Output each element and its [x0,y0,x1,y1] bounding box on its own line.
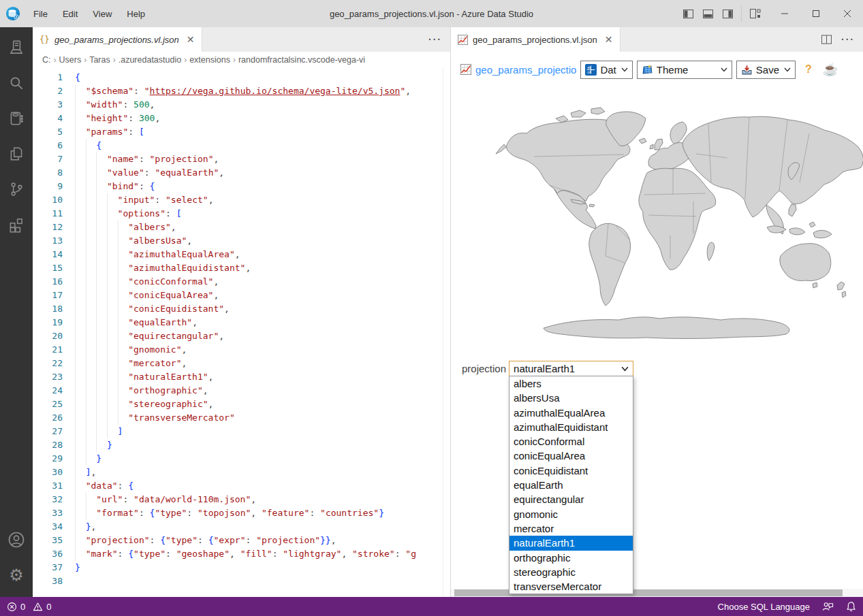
menu-edit[interactable]: Edit [57,6,84,22]
customize-layout-icon[interactable] [750,9,761,18]
notebooks-icon[interactable] [0,101,33,136]
account-icon[interactable] [0,522,33,557]
code-line[interactable]: 2"$schema": "https://vega.github.io/sche… [33,84,450,98]
code-line[interactable]: 14"azimuthalEqualArea", [33,248,450,261]
code-line-content: "equirectangular", [75,329,224,343]
code-line[interactable]: 12"albers", [33,221,450,234]
minimize-button[interactable] [769,0,800,27]
extensions-icon[interactable] [0,207,33,242]
code-line[interactable]: 3"width": 500, [33,98,450,112]
code-line[interactable]: 4"height": 300, [33,112,450,125]
help-link[interactable]: ? [805,63,812,76]
dropdown-option-orthographic[interactable]: orthographic [509,551,633,565]
dropdown-option-equirectangular[interactable]: equirectangular [509,492,633,506]
code-line[interactable]: 1{ [33,71,450,84]
code-line[interactable]: 6{ [33,139,450,152]
code-line[interactable]: 11"options": [ [33,207,450,221]
dropdown-option-albers[interactable]: albers [509,376,633,391]
dropdown-option-azimuthalEquidistant[interactable]: azimuthalEquidistant [509,420,633,434]
code-line[interactable]: 35"projection": {"type": {"expr": "proje… [33,534,450,547]
close-button[interactable] [832,0,863,27]
more-actions-icon[interactable]: ··· [841,34,855,45]
feedback-icon[interactable] [822,601,834,612]
dropdown-option-mercator[interactable]: mercator [509,521,633,536]
dropdown-option-transverseMercator[interactable]: transverseMercator [509,579,633,594]
projection-select[interactable]: naturalEarth1 [509,361,633,376]
code-line[interactable]: 28} [33,438,450,452]
code-line[interactable]: 23"naturalEarth1", [33,370,450,384]
problems-status[interactable]: 0 0 [7,602,51,612]
code-line[interactable]: 7"name": "projection", [33,152,450,166]
code-line[interactable]: 16"conicConformal", [33,275,450,289]
code-line[interactable]: 19"equalEarth", [33,316,450,329]
code-line[interactable]: 18"conicEquidistant", [33,302,450,316]
menu-help[interactable]: Help [121,6,151,22]
code-line[interactable]: 37} [33,561,450,574]
code-line[interactable]: 24"orthographic", [33,384,450,398]
dropdown-option-gnomonic[interactable]: gnomonic [509,507,633,521]
tab-vega-preview[interactable]: geo_params_projections.vl.json ✕ [451,27,621,52]
code-line[interactable]: 34}, [33,520,450,534]
maximize-button[interactable] [800,0,832,27]
code-line[interactable]: 36"mark": {"type": "geoshape", "fill": "… [33,547,450,561]
code-line[interactable]: 21"gnomonic", [33,343,450,357]
code-line[interactable]: 9"bind": { [33,180,450,193]
code-line[interactable]: 15"azimuthalEquidistant", [33,261,450,275]
breadcrumb-item[interactable]: extensions [189,55,230,65]
spec-file-link[interactable]: geo_params_projectio [475,64,576,76]
code-line[interactable]: 31"data": { [33,479,450,493]
save-select[interactable]: Save [736,61,796,79]
code-line[interactable]: 29} [33,452,450,466]
code-line[interactable]: 38 [33,574,450,588]
buy-coffee-icon[interactable]: ☕ [823,62,838,77]
connections-icon[interactable] [0,30,33,65]
breadcrumb[interactable]: C:›Users›Taras›.azuredatastudio›extensio… [33,52,450,68]
more-actions-icon[interactable]: ··· [428,34,442,45]
menu-view[interactable]: View [87,6,118,22]
dropdown-option-conicEquidistant[interactable]: conicEquidistant [509,464,633,478]
code-line[interactable]: 17"conicEqualArea", [33,289,450,302]
breadcrumb-item[interactable]: Taras [89,55,110,65]
dropdown-option-albersUsa[interactable]: albersUsa [509,391,633,405]
dropdown-option-naturalEarth1[interactable]: naturalEarth1 [509,536,633,550]
menu-file[interactable]: File [27,6,54,22]
code-line[interactable]: 8"value": "equalEarth", [33,166,450,180]
code-line[interactable]: 33"format": {"type": "topojson", "featur… [33,506,450,520]
tab-close-icon[interactable]: ✕ [187,34,195,45]
code-editor[interactable]: 1{2"$schema": "https://vega.github.io/sc… [33,68,450,597]
dropdown-option-equalEarth[interactable]: equalEarth [509,478,633,492]
toggle-panel-icon[interactable] [703,10,713,18]
dropdown-option-stereographic[interactable]: stereographic [509,565,633,579]
source-control-icon[interactable] [0,172,33,207]
dropdown-option-conicConformal[interactable]: conicConformal [509,434,633,449]
dropdown-option-conicEqualArea[interactable]: conicEqualArea [509,449,633,463]
language-mode[interactable]: Choose SQL Language [718,602,810,612]
tab-close-icon[interactable]: ✕ [605,34,613,45]
code-line[interactable]: 13"albersUsa", [33,234,450,248]
breadcrumb-item[interactable]: C: [42,55,51,65]
code-line[interactable]: 25"stereographic", [33,398,450,411]
toggle-sidebar-icon[interactable] [683,10,693,18]
copy-pages-icon[interactable] [0,136,33,172]
code-line[interactable]: 10"input": "select", [33,193,450,207]
theme-select[interactable]: Theme [637,61,732,79]
breadcrumb-item[interactable]: .azuredatastudio [119,55,181,65]
code-line[interactable]: 5"params": [ [33,125,450,139]
code-line[interactable]: 20"equirectangular", [33,329,450,343]
split-editor-icon[interactable] [821,35,832,44]
dropdown-option-azimuthalEqualArea[interactable]: azimuthalEqualArea [509,406,633,420]
bell-icon[interactable] [846,601,856,612]
code-line[interactable]: 30], [33,466,450,479]
toggle-secondary-sidebar-icon[interactable] [723,10,733,18]
code-line[interactable]: 26"transverseMercator" [33,411,450,425]
settings-gear-icon[interactable]: ⚙ [0,557,33,593]
projection-dropdown-list[interactable]: albersalbersUsaazimuthalEqualAreaazimuth… [509,376,633,594]
breadcrumb-item[interactable]: Users [59,55,82,65]
tab-json-file[interactable]: {} geo_params_projections.vl.json ✕ [33,27,202,52]
code-line[interactable]: 22"mercator", [33,357,450,370]
search-icon[interactable] [0,65,33,101]
code-line[interactable]: 32"url": "data/world-110m.json", [33,493,450,506]
code-line[interactable]: 27] [33,425,450,438]
data-select[interactable]: abcd Dat [580,61,632,79]
breadcrumb-item[interactable]: randomfractalsinc.vscode-vega-vi [238,55,365,65]
